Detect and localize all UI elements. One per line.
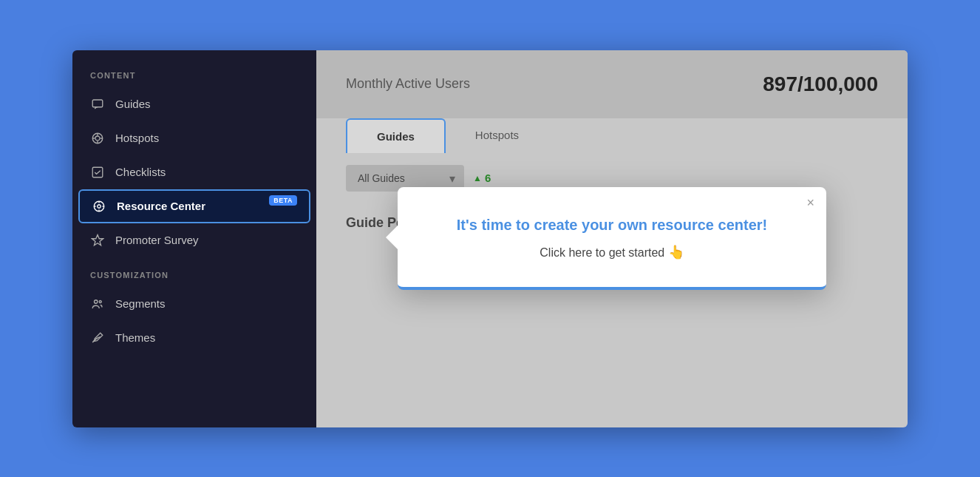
app-container: CONTENT Guides Hotspots Checklists <box>72 50 908 427</box>
target-icon <box>90 131 105 146</box>
svg-point-2 <box>95 136 100 141</box>
hand-emoji-icon: 👆 <box>668 244 684 260</box>
sidebar-item-hotspots[interactable]: Hotspots <box>72 121 316 155</box>
sidebar-item-label: Resource Center <box>117 200 205 212</box>
popup-close-button[interactable]: × <box>806 196 814 209</box>
customization-section-label: CUSTOMIZATION <box>72 257 316 287</box>
main-content: Monthly Active Users 897/100,000 Guides … <box>316 50 908 427</box>
sidebar-item-resource-center[interactable]: Resource Center BETA <box>78 189 310 223</box>
svg-point-11 <box>95 300 98 303</box>
sidebar-item-segments[interactable]: Segments <box>72 287 316 321</box>
popup-title: It's time to create your own resource ce… <box>442 217 782 234</box>
sidebar-item-label: Promoter Survey <box>115 234 199 246</box>
popup-subtitle: Click here to get started 👆 <box>442 244 782 260</box>
sidebar-item-label: Themes <box>115 331 155 344</box>
sidebar-item-label: Checklists <box>115 166 166 178</box>
svg-rect-0 <box>92 100 103 107</box>
comment-icon <box>90 97 105 112</box>
content-section-label: CONTENT <box>72 58 316 87</box>
svg-marker-10 <box>92 234 103 245</box>
sidebar-item-guides[interactable]: Guides <box>72 87 316 121</box>
sidebar-item-label: Segments <box>115 297 166 310</box>
resource-icon <box>92 199 106 214</box>
brush-icon <box>90 331 105 345</box>
svg-rect-7 <box>92 167 103 177</box>
star-icon <box>90 233 105 248</box>
sidebar-item-themes[interactable]: Themes <box>72 321 316 355</box>
segments-icon <box>90 297 105 311</box>
sidebar-item-label: Hotspots <box>115 132 159 144</box>
popup-overlay: × It's time to create your own resource … <box>316 50 908 427</box>
beta-badge: BETA <box>269 195 297 206</box>
resource-center-popup[interactable]: × It's time to create your own resource … <box>398 187 826 290</box>
sidebar-item-checklists[interactable]: Checklists <box>72 155 316 189</box>
sidebar: CONTENT Guides Hotspots Checklists <box>72 50 316 427</box>
sidebar-item-promoter-survey[interactable]: Promoter Survey <box>72 223 316 257</box>
svg-point-9 <box>98 204 101 208</box>
sidebar-item-label: Guides <box>115 98 151 110</box>
checklist-icon <box>90 165 105 180</box>
svg-point-12 <box>99 300 101 302</box>
